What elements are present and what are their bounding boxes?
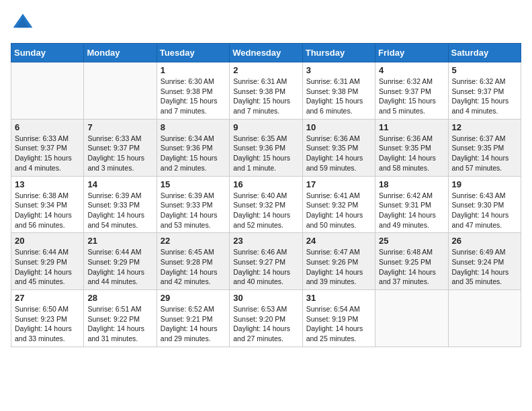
cell-content: Sunrise: 6:35 AM Sunset: 9:36 PM Dayligh… — [233, 134, 298, 173]
calendar-header-row: SundayMondayTuesdayWednesdayThursdayFrid… — [11, 44, 521, 62]
cell-content: Sunrise: 6:33 AM Sunset: 9:37 PM Dayligh… — [15, 134, 80, 173]
cell-content: Sunrise: 6:50 AM Sunset: 9:23 PM Dayligh… — [15, 304, 80, 344]
calendar-cell: 14Sunrise: 6:39 AM Sunset: 9:33 PM Dayli… — [84, 176, 157, 233]
cell-content: Sunrise: 6:45 AM Sunset: 9:28 PM Dayligh… — [161, 247, 226, 287]
day-number: 4 — [379, 65, 444, 75]
day-number: 20 — [15, 236, 80, 246]
calendar-week-row: 1Sunrise: 6:30 AM Sunset: 9:38 PM Daylig… — [11, 62, 521, 120]
day-number: 12 — [452, 122, 517, 132]
calendar-day-header: Monday — [84, 44, 157, 62]
cell-content: Sunrise: 6:47 AM Sunset: 9:26 PM Dayligh… — [306, 247, 371, 287]
calendar-cell: 9Sunrise: 6:35 AM Sunset: 9:36 PM Daylig… — [230, 119, 302, 176]
calendar-cell: 8Sunrise: 6:34 AM Sunset: 9:36 PM Daylig… — [157, 119, 229, 176]
cell-content: Sunrise: 6:31 AM Sunset: 9:38 PM Dayligh… — [233, 77, 298, 116]
day-number: 15 — [161, 179, 226, 189]
calendar-cell: 10Sunrise: 6:36 AM Sunset: 9:35 PM Dayli… — [302, 119, 375, 176]
day-number: 31 — [306, 293, 371, 303]
cell-content: Sunrise: 6:41 AM Sunset: 9:32 PM Dayligh… — [306, 191, 371, 230]
calendar-day-header: Sunday — [11, 44, 84, 62]
calendar-cell: 1Sunrise: 6:30 AM Sunset: 9:38 PM Daylig… — [157, 62, 229, 120]
calendar-cell: 18Sunrise: 6:42 AM Sunset: 9:31 PM Dayli… — [375, 176, 448, 233]
day-number: 7 — [87, 122, 152, 132]
calendar-cell: 21Sunrise: 6:44 AM Sunset: 9:29 PM Dayli… — [84, 233, 157, 290]
day-number: 1 — [161, 65, 226, 75]
calendar-cell: 17Sunrise: 6:41 AM Sunset: 9:32 PM Dayli… — [302, 176, 375, 233]
cell-content: Sunrise: 6:38 AM Sunset: 9:34 PM Dayligh… — [15, 191, 80, 230]
day-number: 14 — [87, 179, 152, 189]
cell-content: Sunrise: 6:33 AM Sunset: 9:37 PM Dayligh… — [87, 134, 152, 173]
cell-content: Sunrise: 6:39 AM Sunset: 9:33 PM Dayligh… — [161, 191, 226, 230]
cell-content: Sunrise: 6:39 AM Sunset: 9:33 PM Dayligh… — [87, 191, 152, 230]
calendar-cell: 3Sunrise: 6:31 AM Sunset: 9:38 PM Daylig… — [302, 62, 375, 120]
day-number: 30 — [233, 293, 298, 303]
cell-content: Sunrise: 6:34 AM Sunset: 9:36 PM Dayligh… — [161, 134, 226, 173]
cell-content: Sunrise: 6:46 AM Sunset: 9:27 PM Dayligh… — [233, 247, 298, 287]
cell-content: Sunrise: 6:43 AM Sunset: 9:30 PM Dayligh… — [452, 191, 517, 230]
calendar-week-row: 20Sunrise: 6:44 AM Sunset: 9:29 PM Dayli… — [11, 233, 521, 290]
day-number: 29 — [161, 293, 226, 303]
calendar-cell: 20Sunrise: 6:44 AM Sunset: 9:29 PM Dayli… — [11, 233, 84, 290]
cell-content: Sunrise: 6:36 AM Sunset: 9:35 PM Dayligh… — [306, 134, 371, 173]
day-number: 16 — [233, 179, 298, 189]
cell-content: Sunrise: 6:44 AM Sunset: 9:29 PM Dayligh… — [15, 247, 80, 287]
calendar-week-row: 6Sunrise: 6:33 AM Sunset: 9:37 PM Daylig… — [11, 119, 521, 176]
day-number: 19 — [452, 179, 517, 189]
logo-icon — [11, 11, 35, 35]
calendar-cell: 27Sunrise: 6:50 AM Sunset: 9:23 PM Dayli… — [11, 290, 84, 347]
calendar-cell: 25Sunrise: 6:48 AM Sunset: 9:25 PM Dayli… — [375, 233, 448, 290]
calendar-cell: 5Sunrise: 6:32 AM Sunset: 9:37 PM Daylig… — [448, 62, 521, 120]
day-number: 28 — [87, 293, 152, 303]
day-number: 21 — [87, 236, 152, 246]
calendar-cell: 6Sunrise: 6:33 AM Sunset: 9:37 PM Daylig… — [11, 119, 84, 176]
calendar-cell: 30Sunrise: 6:53 AM Sunset: 9:20 PM Dayli… — [230, 290, 302, 347]
calendar-cell: 23Sunrise: 6:46 AM Sunset: 9:27 PM Dayli… — [230, 233, 302, 290]
day-number: 8 — [161, 122, 226, 132]
day-number: 2 — [233, 65, 298, 75]
calendar-cell: 4Sunrise: 6:32 AM Sunset: 9:37 PM Daylig… — [375, 62, 448, 120]
calendar-week-row: 13Sunrise: 6:38 AM Sunset: 9:34 PM Dayli… — [11, 176, 521, 233]
cell-content: Sunrise: 6:51 AM Sunset: 9:22 PM Dayligh… — [87, 304, 152, 344]
cell-content: Sunrise: 6:49 AM Sunset: 9:24 PM Dayligh… — [452, 247, 517, 287]
day-number: 5 — [452, 65, 517, 75]
calendar-cell: 2Sunrise: 6:31 AM Sunset: 9:38 PM Daylig… — [230, 62, 302, 120]
day-number: 3 — [306, 65, 371, 75]
cell-content: Sunrise: 6:36 AM Sunset: 9:35 PM Dayligh… — [379, 134, 444, 173]
calendar-week-row: 27Sunrise: 6:50 AM Sunset: 9:23 PM Dayli… — [11, 290, 521, 347]
calendar-cell — [11, 62, 84, 120]
cell-content: Sunrise: 6:54 AM Sunset: 9:19 PM Dayligh… — [306, 304, 371, 344]
calendar-cell: 12Sunrise: 6:37 AM Sunset: 9:35 PM Dayli… — [448, 119, 521, 176]
calendar-cell: 7Sunrise: 6:33 AM Sunset: 9:37 PM Daylig… — [84, 119, 157, 176]
calendar-day-header: Thursday — [302, 44, 375, 62]
calendar-cell: 16Sunrise: 6:40 AM Sunset: 9:32 PM Dayli… — [230, 176, 302, 233]
cell-content: Sunrise: 6:53 AM Sunset: 9:20 PM Dayligh… — [233, 304, 298, 344]
calendar-cell: 19Sunrise: 6:43 AM Sunset: 9:30 PM Dayli… — [448, 176, 521, 233]
cell-content: Sunrise: 6:48 AM Sunset: 9:25 PM Dayligh… — [379, 247, 444, 287]
page-header — [11, 11, 521, 35]
calendar-table: SundayMondayTuesdayWednesdayThursdayFrid… — [11, 43, 521, 347]
calendar-cell: 29Sunrise: 6:52 AM Sunset: 9:21 PM Dayli… — [157, 290, 229, 347]
cell-content: Sunrise: 6:37 AM Sunset: 9:35 PM Dayligh… — [452, 134, 517, 173]
day-number: 10 — [306, 122, 371, 132]
calendar-day-header: Friday — [375, 44, 448, 62]
calendar-cell: 22Sunrise: 6:45 AM Sunset: 9:28 PM Dayli… — [157, 233, 229, 290]
calendar-cell: 28Sunrise: 6:51 AM Sunset: 9:22 PM Dayli… — [84, 290, 157, 347]
calendar-header: SundayMondayTuesdayWednesdayThursdayFrid… — [11, 44, 521, 62]
calendar-cell: 11Sunrise: 6:36 AM Sunset: 9:35 PM Dayli… — [375, 119, 448, 176]
calendar-cell: 15Sunrise: 6:39 AM Sunset: 9:33 PM Dayli… — [157, 176, 229, 233]
calendar-day-header: Wednesday — [230, 44, 302, 62]
day-number: 17 — [306, 179, 371, 189]
cell-content: Sunrise: 6:42 AM Sunset: 9:31 PM Dayligh… — [379, 191, 444, 230]
logo — [11, 11, 38, 35]
cell-content: Sunrise: 6:32 AM Sunset: 9:37 PM Dayligh… — [452, 77, 517, 116]
calendar-body: 1Sunrise: 6:30 AM Sunset: 9:38 PM Daylig… — [11, 62, 521, 347]
day-number: 13 — [15, 179, 80, 189]
cell-content: Sunrise: 6:32 AM Sunset: 9:37 PM Dayligh… — [379, 77, 444, 116]
day-number: 26 — [452, 236, 517, 246]
calendar-day-header: Saturday — [448, 44, 521, 62]
calendar-cell — [84, 62, 157, 120]
cell-content: Sunrise: 6:40 AM Sunset: 9:32 PM Dayligh… — [233, 191, 298, 230]
day-number: 22 — [161, 236, 226, 246]
day-number: 11 — [379, 122, 444, 132]
day-number: 27 — [15, 293, 80, 303]
calendar-day-header: Tuesday — [157, 44, 229, 62]
